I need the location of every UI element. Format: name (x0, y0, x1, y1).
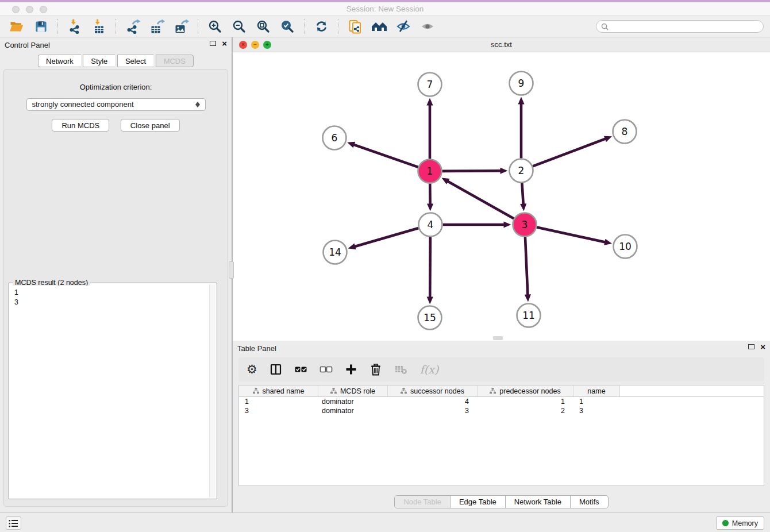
add-column-plus-icon[interactable] (345, 361, 357, 378)
table-panel-header: Table Panel × (233, 341, 770, 356)
graph-edge[interactable] (525, 237, 528, 295)
node-table[interactable]: shared name MCDS role successor nodes pr… (238, 385, 764, 486)
tab-network[interactable]: Network (38, 55, 81, 67)
zoom-in-button[interactable] (206, 18, 224, 34)
cell-name: 1 (573, 397, 620, 406)
graph-edge[interactable] (533, 138, 606, 166)
cell-predecessor-nodes: 2 (478, 406, 573, 415)
mcds-result-area[interactable]: 1 3 (10, 286, 209, 498)
save-session-button[interactable] (32, 18, 50, 34)
deselect-all-icon[interactable] (319, 361, 333, 378)
graph-edge-arrowhead (427, 296, 433, 304)
select-all-icon[interactable] (294, 361, 307, 378)
export-network-button[interactable] (124, 18, 142, 34)
delete-table-icon[interactable] (394, 361, 408, 378)
hide-selected-button[interactable] (394, 18, 413, 34)
cell-mcds-role: dominator (318, 397, 388, 406)
table-row[interactable]: 3 dominator 3 2 3 (239, 406, 764, 415)
graph-node-label: 7 (427, 79, 433, 90)
graph-node-label: 4 (428, 219, 434, 230)
table-row[interactable]: 1 dominator 4 1 1 (239, 397, 764, 406)
control-panel-tabs: Network Style Select MCDS (0, 55, 232, 67)
column-header-name[interactable]: name (573, 385, 620, 396)
close-panel-icon[interactable]: × (222, 40, 227, 47)
network-graph-canvas[interactable]: 7968124314101511 (233, 52, 770, 341)
result-scrollbar[interactable] (209, 284, 215, 498)
criterion-select[interactable]: strongly connected component (26, 98, 206, 111)
app-titlebar: Session: New Session (0, 0, 770, 16)
function-builder-icon[interactable]: f(x) (420, 361, 439, 378)
import-network-button[interactable] (66, 18, 84, 34)
refresh-layout-button[interactable] (312, 18, 330, 34)
column-visibility-icon[interactable] (270, 361, 282, 378)
criterion-value: strongly connected component (32, 100, 134, 109)
vertical-splitter-handle[interactable] (229, 261, 234, 279)
column-header-shared-name[interactable]: shared name (239, 385, 318, 396)
main-toolbar (0, 16, 770, 37)
float-panel-icon[interactable] (748, 344, 754, 349)
show-all-button[interactable] (418, 18, 437, 34)
zoom-out-button[interactable] (230, 18, 248, 34)
close-panel-icon[interactable]: × (760, 344, 765, 350)
export-table-button[interactable] (148, 18, 166, 34)
graph-node-label: 6 (332, 132, 338, 144)
export-image-button[interactable] (172, 18, 190, 34)
zoom-selected-button[interactable] (278, 18, 297, 34)
import-network-icon (67, 19, 82, 34)
graph-edge[interactable] (447, 181, 514, 219)
graph-edge-arrowhead (347, 142, 355, 148)
graph-edge[interactable] (537, 228, 606, 242)
tab-mcds[interactable]: MCDS (156, 55, 194, 67)
table-settings-gear-icon[interactable]: ⚙ (247, 361, 257, 378)
tab-motifs[interactable]: Motifs (570, 496, 608, 508)
search-box[interactable] (596, 20, 764, 33)
close-panel-button[interactable]: Close panel (121, 119, 180, 132)
graph-edge-arrowhead (604, 239, 612, 245)
memory-button[interactable]: Memory (716, 516, 764, 530)
tab-select[interactable]: Select (117, 55, 153, 67)
control-panel-title: Control Panel (5, 41, 50, 49)
graph-node-label: 15 (424, 312, 436, 323)
graph-node-label: 2 (518, 165, 525, 176)
graph-edge[interactable] (353, 144, 418, 167)
search-icon (601, 23, 609, 30)
zoom-selected-icon (280, 20, 294, 33)
open-session-button[interactable] (7, 18, 26, 34)
graph-edge[interactable] (442, 171, 501, 171)
graph-edge[interactable] (354, 228, 418, 246)
tab-network-table[interactable]: Network Table (505, 496, 570, 508)
clone-network-button[interactable] (346, 18, 364, 34)
task-history-button[interactable] (6, 516, 21, 530)
memory-status-dot (722, 520, 729, 526)
column-header-mcds-role[interactable]: MCDS role (318, 385, 388, 396)
delete-trash-icon[interactable] (369, 361, 382, 378)
table-panel-title: Table Panel (237, 344, 276, 353)
float-panel-icon[interactable] (210, 41, 216, 46)
graph-edge-arrowhead (604, 136, 612, 142)
tab-edge-table[interactable]: Edge Table (450, 496, 505, 508)
import-table-button[interactable] (90, 18, 108, 34)
run-mcds-button[interactable]: Run MCDS (52, 119, 109, 132)
network-window: × − + scc.txt 7968124314101511 (233, 37, 770, 341)
graph-edge[interactable] (522, 183, 523, 205)
toolbar-separator (198, 19, 198, 34)
tab-style[interactable]: Style (83, 55, 115, 67)
graph-edge-arrowhead (427, 203, 433, 211)
graph-edge-arrowhead (500, 168, 507, 174)
clone-network-icon (348, 19, 363, 34)
column-header-predecessor-nodes[interactable]: predecessor nodes (478, 385, 573, 396)
houses-icon (371, 20, 387, 33)
home-button[interactable] (370, 18, 388, 34)
tab-node-table[interactable]: Node Table (395, 496, 450, 508)
result-line: 1 (14, 288, 205, 298)
toolbar-separator (57, 19, 58, 34)
chevron-down-icon (195, 105, 200, 107)
cell-shared-name: 1 (239, 397, 318, 406)
zoom-fit-button[interactable] (254, 18, 272, 34)
column-type-icon (401, 388, 407, 394)
column-header-successor-nodes[interactable]: successor nodes (388, 385, 478, 396)
horizontal-splitter-handle[interactable] (493, 336, 503, 340)
zoom-in-icon (208, 20, 222, 33)
graph-edge[interactable] (430, 237, 430, 298)
search-input[interactable] (611, 22, 759, 30)
